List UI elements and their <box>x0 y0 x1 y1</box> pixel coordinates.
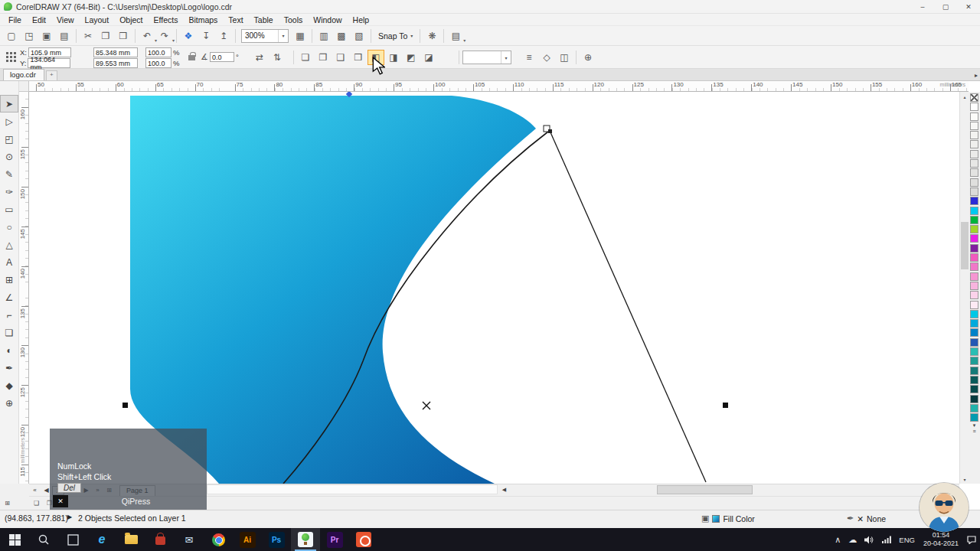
qipress-close-icon[interactable]: ✕ <box>53 495 68 507</box>
menu-help[interactable]: Help <box>348 15 375 25</box>
outline-width-select[interactable]: ▾ <box>462 51 511 64</box>
zoom-tool[interactable]: ⊙ <box>0 148 18 165</box>
redo-icon[interactable]: ↷▾ <box>156 28 173 44</box>
color-swatch[interactable] <box>970 178 978 187</box>
menu-edit[interactable]: Edit <box>27 15 51 25</box>
color-swatch[interactable] <box>970 187 978 196</box>
drop-shadow-tool[interactable]: ❏ <box>0 324 18 341</box>
vertical-ruler[interactable]: millimeters 1601551501451401351301251201… <box>19 92 29 484</box>
color-swatch[interactable] <box>970 225 978 233</box>
color-swatch[interactable] <box>970 207 978 215</box>
color-swatch[interactable] <box>970 112 978 121</box>
language-indicator[interactable]: ENG <box>895 536 919 544</box>
color-swatch[interactable] <box>970 103 978 111</box>
plus-icon[interactable]: ⊕ <box>580 50 596 65</box>
full-screen-preview-icon[interactable]: ▦ <box>292 28 309 44</box>
front-minus-back-icon[interactable]: ◨ <box>385 50 402 65</box>
convert-to-curves-icon[interactable]: ◇ <box>538 50 555 65</box>
color-swatch[interactable] <box>970 159 978 168</box>
flip-direction-icon[interactable]: ◫ <box>556 50 573 65</box>
rectangle-tool[interactable]: ▭ <box>0 201 18 218</box>
volume-icon[interactable] <box>861 536 878 544</box>
color-swatch[interactable] <box>970 168 978 177</box>
hidden-icons-chevron[interactable]: ∧ <box>831 535 844 545</box>
toolbox-overflow-icon[interactable]: ⊞ <box>2 497 13 508</box>
zoom-level-select[interactable]: 300% ▾ <box>241 29 289 43</box>
color-swatch[interactable] <box>970 367 978 375</box>
horizontal-ruler[interactable]: millimeters 5055606570758085909510010511… <box>29 81 969 92</box>
object-width-input[interactable]: 85.348 mm <box>93 47 138 57</box>
minimize-button[interactable]: – <box>911 0 934 14</box>
first-page-button[interactable]: « <box>29 485 41 496</box>
drawing-preview-icon[interactable]: ❏ <box>31 498 42 509</box>
object-height-input[interactable]: 89.553 mm <box>93 58 138 68</box>
start-button[interactable] <box>0 528 29 551</box>
pick-tool[interactable]: ➤ <box>0 95 18 112</box>
logo-shape[interactable] <box>130 96 536 484</box>
new-tab-button[interactable]: + <box>46 70 57 80</box>
palette-flyout-icon[interactable]: ≡ <box>972 429 975 435</box>
no-color-swatch[interactable] <box>970 93 978 102</box>
search-content-icon[interactable]: ❖ <box>180 28 197 44</box>
menu-file[interactable]: File <box>3 15 27 25</box>
color-swatch[interactable] <box>970 262 978 271</box>
save-icon[interactable]: ▣ <box>38 28 55 44</box>
color-swatch[interactable] <box>970 385 978 393</box>
show-rulers-icon[interactable]: ▥ <box>315 28 332 44</box>
simplify-icon[interactable]: ◧ <box>368 50 384 65</box>
connector-tool[interactable]: ⌐ <box>0 306 18 324</box>
orange-app-icon[interactable] <box>349 528 378 551</box>
paste-icon[interactable]: ❒ <box>115 28 132 44</box>
palette-scroll-down-icon[interactable]: ▾ <box>973 422 976 429</box>
color-swatch[interactable] <box>970 216 978 224</box>
crop-tool[interactable]: ◰ <box>0 130 18 148</box>
menu-layout[interactable]: Layout <box>80 15 115 25</box>
create-boundary-icon[interactable]: ◪ <box>420 50 437 65</box>
color-swatch[interactable] <box>970 413 978 422</box>
cut-icon[interactable]: ✂ <box>80 28 96 44</box>
back-minus-front-icon[interactable]: ◩ <box>403 50 420 65</box>
trim-icon[interactable]: ❑ <box>332 50 349 65</box>
action-center-icon[interactable] <box>963 536 980 544</box>
color-swatch[interactable] <box>970 122 978 130</box>
export-icon[interactable]: ↥ <box>215 28 232 44</box>
photoshop-icon[interactable]: Ps <box>262 528 291 551</box>
store-icon[interactable] <box>145 528 175 551</box>
color-swatch[interactable] <box>970 404 978 412</box>
table-tool[interactable]: ⊞ <box>0 271 18 289</box>
y-position-input[interactable]: 134.064 mm <box>28 58 70 68</box>
color-swatch[interactable] <box>970 338 978 347</box>
color-swatch[interactable] <box>970 197 978 205</box>
undo-icon[interactable]: ↶▾ <box>139 28 155 44</box>
play-icon[interactable]: ▶ <box>67 514 72 520</box>
text-tool[interactable]: A <box>0 253 18 271</box>
menu-object[interactable]: Object <box>114 15 148 25</box>
canvas-artwork[interactable] <box>29 92 959 484</box>
shape-tool[interactable]: ▷ <box>0 112 18 130</box>
polygon-tool[interactable]: △ <box>0 236 18 253</box>
show-guidelines-icon[interactable]: ▧ <box>351 28 368 44</box>
color-swatch[interactable] <box>970 253 978 262</box>
clock[interactable]: 01:54 20-04-2021 <box>919 531 963 548</box>
print-icon[interactable]: ▤ <box>56 28 73 44</box>
weld-icon[interactable]: ❐ <box>315 50 332 65</box>
add-tools-icon[interactable]: ⊕ <box>0 394 18 412</box>
color-swatch[interactable] <box>970 131 978 139</box>
color-swatch[interactable] <box>970 310 978 318</box>
mirror-vertical-icon[interactable]: ⇅ <box>269 50 286 65</box>
menu-tools[interactable]: Tools <box>279 15 309 25</box>
chevron-down-icon[interactable]: ▾ <box>501 51 511 64</box>
chevron-down-icon[interactable]: ▾ <box>278 30 288 42</box>
color-swatch[interactable] <box>970 301 978 309</box>
color-swatch[interactable] <box>970 282 978 290</box>
interactive-fill-tool[interactable]: ◆ <box>0 377 18 394</box>
search-button[interactable] <box>29 528 58 551</box>
selection-center-x[interactable] <box>423 402 430 409</box>
color-swatch[interactable] <box>970 150 978 158</box>
color-swatch[interactable] <box>970 319 978 328</box>
vertical-scroll-thumb[interactable] <box>961 222 969 269</box>
file-explorer-icon[interactable] <box>116 528 145 551</box>
network-icon[interactable] <box>878 536 895 543</box>
drawing-canvas[interactable] <box>29 92 959 484</box>
premiere-icon[interactable]: Pr <box>320 528 349 551</box>
